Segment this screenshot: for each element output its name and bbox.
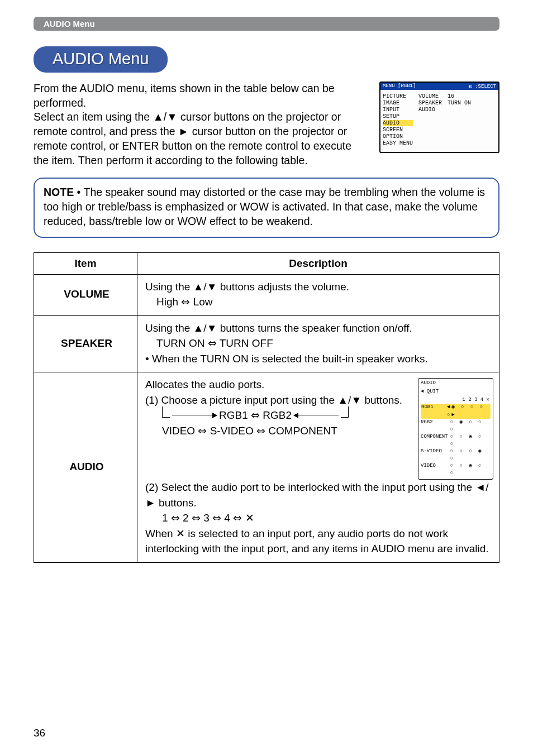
osd-main-header: MENU [RGB1] ◐ :SELECT — [380, 83, 498, 90]
row-item: VOLUME — [34, 274, 137, 315]
osd-val: AUDIO — [418, 107, 442, 113]
desc-text: Using the ▲/▼ buttons turns the speaker … — [145, 322, 412, 334]
osd-audio-title: AUDIO — [421, 380, 491, 387]
intro-row: From the AUDIO menu, items shown in the … — [34, 82, 499, 168]
note-label: NOTE — [44, 186, 74, 198]
osd-audio-row: VIDEO ○ ○ ◉ ○ ○ — [421, 462, 491, 477]
osd-audio-quit: ◄ QUIT — [421, 388, 491, 395]
osd-item: SETUP — [383, 113, 413, 119]
osd-item: EASY MENU — [383, 140, 413, 146]
osd-left-col: PICTURE IMAGE INPUT SETUP AUDIO SCREEN O… — [383, 93, 413, 146]
osd-val: SPEAKER — [418, 100, 442, 106]
intro-text: From the AUDIO menu, items shown in the … — [34, 82, 368, 168]
mute-icon: ✕ — [245, 512, 254, 524]
table-row: VOLUME Using the ▲/▼ buttons adjusts the… — [34, 274, 499, 315]
turn-arrow-icon — [341, 406, 349, 418]
osd-item: SCREEN — [383, 127, 413, 133]
desc-text: • When the TURN ON is selected the built… — [145, 351, 493, 367]
desc-text: (2) Select the audio port to be interloc… — [145, 480, 493, 510]
row-item: AUDIO — [34, 372, 137, 562]
desc-text: When ✕ is selected to an input port, any… — [145, 526, 493, 557]
desc-text: (1) Choose a picture input port using th… — [145, 393, 411, 408]
table-row: SPEAKER Using the ▲/▼ buttons turns the … — [34, 315, 499, 372]
th-desc: Description — [137, 252, 499, 274]
row-desc: Using the ▲/▼ buttons turns the speaker … — [137, 315, 499, 372]
sequence-line: RGB1 ⇔ RGB2 — [145, 408, 411, 423]
mute-icon: ✕ — [176, 528, 185, 539]
osd-audio-row: S-VIDEO ○ ○ ○ ◉ ○ — [421, 448, 491, 462]
osd-main-menu: MENU [RGB1] ◐ :SELECT PICTURE IMAGE INPU… — [379, 82, 499, 153]
table-row: AUDIO Allocates the audio ports. (1) Cho… — [34, 372, 499, 562]
osd-item: INPUT — [383, 107, 413, 113]
seq-text: 1 ⇔ 2 ⇔ 3 ⇔ 4 ⇔ ✕ — [145, 510, 493, 526]
turn-arrow-icon — [162, 406, 170, 418]
page-number: 36 — [34, 727, 45, 739]
osd-val: 16 — [448, 93, 471, 99]
osd-item: IMAGE — [383, 100, 413, 106]
desc-text: Using the ▲/▼ buttons adjusts the volume… — [145, 281, 349, 293]
osd-hdr-right: ◐ :SELECT — [469, 83, 496, 89]
long-arrow-icon — [172, 412, 217, 419]
osd-audio-cols: 1 2 3 4 ✕ — [421, 396, 491, 404]
osd-val: TURN ON — [448, 100, 471, 106]
th-item: Item — [34, 252, 137, 274]
note-box: NOTE • The speaker sound may distorted o… — [34, 178, 499, 237]
note-text: • The speaker sound may distorted or the… — [44, 186, 485, 227]
row-item: SPEAKER — [34, 315, 137, 372]
osd-audio-row-selected: RGB1 ◄◉ ○ ○ ○ ○► — [421, 404, 491, 418]
table-head-row: Item Description — [34, 252, 499, 274]
osd-audio-menu: AUDIO ◄ QUIT 1 2 3 4 ✕ RGB1 ◄◉ ○ ○ ○ ○► … — [418, 378, 493, 480]
osd-item: OPTION — [383, 133, 413, 140]
section-header: AUDIO Menu — [34, 17, 499, 31]
long-arrow-icon — [294, 412, 339, 419]
osd-val: VOLUME — [418, 93, 442, 99]
row-desc: Using the ▲/▼ buttons adjusts the volume… — [137, 274, 499, 315]
menu-table: Item Description VOLUME Using the ▲/▼ bu… — [34, 252, 499, 563]
desc-text: TURN ON ⇔ TURN OFF — [145, 336, 493, 351]
osd-audio-row: RGB2 ○ ◉ ○ ○ ○ — [421, 419, 491, 433]
osd-audio-row: COMPONENT ○ ○ ◉ ○ ○ — [421, 433, 491, 448]
osd-main-body: PICTURE IMAGE INPUT SETUP AUDIO SCREEN O… — [380, 90, 498, 152]
desc-text: High ⇔ Low — [145, 294, 493, 310]
desc-text: Allocates the audio ports. — [145, 377, 411, 393]
osd-item: PICTURE — [383, 93, 413, 99]
seq-text: RGB1 ⇔ RGB2 — [219, 408, 292, 423]
osd-right-col: 16 TURN ON — [448, 93, 471, 146]
page-title: AUDIO Menu — [34, 46, 168, 73]
osd-hdr-left: MENU [RGB1] — [383, 83, 416, 89]
seq-text: VIDEO ⇔ S-VIDEO ⇔ COMPONENT — [145, 423, 411, 439]
select-icon: ◐ — [469, 84, 472, 89]
row-desc: Allocates the audio ports. (1) Choose a … — [137, 372, 499, 562]
osd-mid-col: VOLUME SPEAKER AUDIO — [418, 93, 442, 146]
osd-item-selected: AUDIO — [383, 120, 413, 126]
